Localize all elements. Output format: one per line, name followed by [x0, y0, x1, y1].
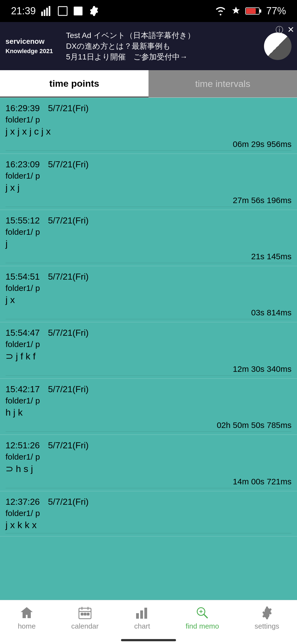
square-icon-2	[73, 6, 83, 16]
result-duration: 06m 29s 956ms	[6, 140, 292, 151]
svg-rect-1	[44, 10, 45, 16]
result-folder: folder1/ p	[6, 509, 292, 518]
tab-time-intervals[interactable]: time intervals	[148, 70, 297, 97]
nav-home-label: home	[18, 622, 36, 631]
svg-rect-4	[58, 7, 67, 15]
battery-icon	[245, 7, 262, 15]
divider	[6, 319, 292, 319]
result-content: j x k k x	[6, 520, 292, 530]
result-content: j x j	[6, 182, 292, 193]
svg-rect-8	[260, 9, 261, 13]
ad-banner: servicenow Knowledge 2021 Test Ad イベント（日…	[0, 22, 297, 70]
result-header: 16:23:09 5/7/21(Fri)	[6, 159, 292, 170]
ad-logo: servicenow Knowledge 2021	[6, 37, 61, 56]
result-item[interactable]: 12:37:26 5/7/21(Fri) folder1/ p j x k k …	[0, 491, 297, 536]
results-list: 16:29:39 5/7/21(Fri) folder1/ p j x j x …	[0, 98, 297, 600]
result-header: 16:29:39 5/7/21(Fri)	[6, 103, 292, 113]
tab-time-points[interactable]: time points	[0, 70, 148, 97]
result-content: j	[6, 238, 292, 249]
result-item[interactable]: 12:51:26 5/7/21(Fri) folder1/ p ⊃ h s j …	[0, 435, 297, 491]
nav-chart-label: chart	[134, 622, 150, 631]
nav-calendar[interactable]: calendar	[71, 605, 99, 631]
result-folder: folder1/ p	[6, 171, 292, 181]
result-duration: 21s 145ms	[6, 252, 292, 263]
result-time: 15:42:17	[6, 384, 40, 394]
settings-icon	[260, 605, 274, 620]
ad-close-button[interactable]: ✕	[287, 25, 294, 34]
result-header: 15:55:12 5/7/21(Fri)	[6, 215, 292, 226]
nav-settings[interactable]: settings	[255, 605, 279, 631]
result-folder: folder1/ p	[6, 227, 292, 237]
ad-info-button[interactable]: ⓘ	[276, 25, 283, 35]
result-date: 5/7/21(Fri)	[48, 497, 89, 507]
result-header: 15:54:51 5/7/21(Fri)	[6, 272, 292, 282]
result-item[interactable]: 16:29:39 5/7/21(Fri) folder1/ p j x j x …	[0, 98, 297, 154]
chart-icon	[135, 605, 150, 620]
result-content: h j k	[6, 407, 292, 418]
result-time: 16:29:39	[6, 103, 40, 113]
result-folder: folder1/ p	[6, 396, 292, 405]
result-content: ⊃ h s j	[6, 463, 292, 474]
nav-calendar-label: calendar	[71, 622, 99, 631]
nav-chart[interactable]: chart	[134, 605, 150, 631]
nav-findmemo-label: find memo	[186, 622, 219, 631]
svg-rect-5	[74, 7, 82, 15]
battery-percent: 77%	[266, 5, 286, 17]
svg-rect-17	[87, 613, 89, 615]
result-header: 15:54:47 5/7/21(Fri)	[6, 328, 292, 338]
svg-rect-2	[46, 8, 48, 16]
result-item[interactable]: 16:23:09 5/7/21(Fri) folder1/ p j x j 27…	[0, 154, 297, 210]
airplane-icon	[231, 6, 241, 16]
result-time: 12:37:26	[6, 497, 40, 507]
svg-rect-0	[41, 12, 43, 16]
result-header: 15:42:17 5/7/21(Fri)	[6, 384, 292, 394]
result-item[interactable]: 15:42:17 5/7/21(Fri) folder1/ p h j k 02…	[0, 379, 297, 435]
result-duration: 02h 50m 50s 785ms	[6, 421, 292, 432]
result-header: 12:37:26 5/7/21(Fri)	[6, 497, 292, 507]
svg-rect-19	[140, 610, 143, 619]
result-item[interactable]: 15:54:51 5/7/21(Fri) folder1/ p j x 03s …	[0, 266, 297, 322]
result-item[interactable]: 15:55:12 5/7/21(Fri) folder1/ p j 21s 14…	[0, 210, 297, 266]
home-indicator	[121, 639, 176, 641]
result-duration: 12m 30s 340ms	[6, 364, 292, 375]
result-folder: folder1/ p	[6, 452, 292, 462]
divider	[6, 375, 292, 376]
status-bar: 21:39	[0, 0, 297, 22]
divider	[6, 207, 292, 207]
result-time: 15:54:47	[6, 328, 40, 338]
nav-settings-label: settings	[255, 622, 279, 631]
result-time: 12:51:26	[6, 440, 40, 451]
result-header: 12:51:26 5/7/21(Fri)	[6, 440, 292, 451]
nav-findmemo[interactable]: find memo	[186, 605, 219, 631]
divider	[6, 432, 292, 432]
wifi-icon	[215, 6, 227, 16]
svg-rect-20	[144, 608, 147, 619]
result-duration: 03s 814ms	[6, 308, 292, 319]
nav-home[interactable]: home	[18, 605, 36, 631]
calendar-icon	[78, 605, 92, 620]
result-date: 5/7/21(Fri)	[48, 384, 89, 394]
signal-icon	[41, 6, 52, 16]
status-right: 77%	[215, 5, 286, 17]
gear-icon	[89, 6, 100, 17]
status-left: 21:39	[11, 5, 100, 17]
svg-rect-3	[49, 6, 50, 16]
result-date: 5/7/21(Fri)	[48, 103, 89, 113]
bottom-nav: home calendar chart find memo	[0, 600, 297, 644]
svg-rect-15	[81, 613, 83, 615]
result-folder: folder1/ p	[6, 340, 292, 349]
result-folder: folder1/ p	[6, 115, 292, 124]
square-icon-1	[58, 6, 68, 16]
result-content: ⊃ j f k f	[6, 351, 292, 362]
result-time: 15:54:51	[6, 272, 40, 282]
result-item[interactable]: 15:54:47 5/7/21(Fri) folder1/ p ⊃ j f k …	[0, 322, 297, 379]
svg-line-22	[204, 614, 208, 618]
svg-rect-7	[246, 8, 256, 14]
result-date: 5/7/21(Fri)	[48, 272, 89, 282]
findmemo-icon	[195, 605, 210, 620]
tab-bar: time points time intervals	[0, 70, 297, 98]
result-content: j x	[6, 294, 292, 305]
divider	[6, 533, 292, 533]
divider	[6, 263, 292, 263]
ad-text: Test Ad イベント（日本語字幕付き） DXの進め方とは？最新事例も 5月1…	[61, 30, 261, 62]
